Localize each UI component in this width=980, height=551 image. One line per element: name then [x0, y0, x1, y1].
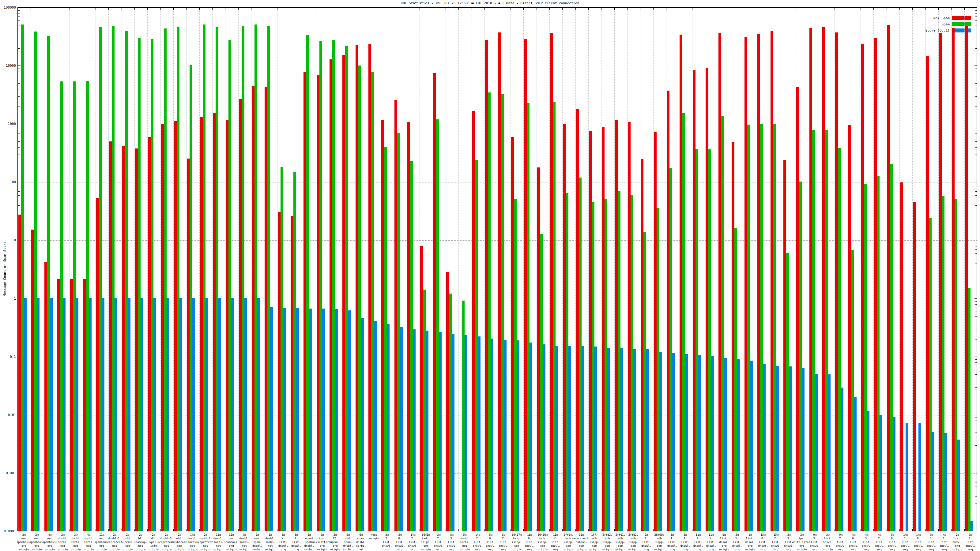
y-minor-tick	[975, 482, 977, 483]
bar-spam	[267, 26, 270, 531]
x-tick	[407, 8, 407, 10]
x-gridline	[666, 8, 667, 531]
bar-spam	[488, 92, 491, 531]
bar-spam	[760, 124, 763, 531]
bar-not-spam	[278, 212, 280, 531]
x-tick	[264, 529, 264, 531]
bar-score	[595, 346, 597, 531]
bar-not-spam	[472, 111, 475, 531]
x-tick	[744, 8, 744, 10]
bar-score	[192, 298, 195, 531]
bar-not-spam	[874, 38, 877, 531]
x-tick	[70, 529, 70, 531]
x-gridline	[692, 8, 692, 531]
x-tick	[394, 529, 394, 531]
x-gridline	[809, 8, 809, 531]
bar-spam	[825, 130, 828, 531]
y-minor-tick	[975, 130, 977, 130]
y-major-tick	[975, 182, 977, 182]
y-minor-tick	[18, 21, 20, 21]
bar-not-spam	[848, 125, 851, 531]
y-minor-tick	[18, 147, 20, 148]
bar-not-spam	[822, 27, 825, 531]
bar-not-spam	[498, 32, 501, 531]
legend-label: Score (0..1)	[926, 29, 950, 32]
x-tick-label: 6@spam.dnsbl.sorbs.netorigin	[356, 533, 366, 551]
bar-score	[426, 330, 428, 531]
bar-not-spam	[679, 35, 682, 531]
bar-score	[867, 411, 869, 531]
bar-not-spam	[381, 120, 384, 531]
y-minor-tick	[975, 185, 977, 185]
bar-score	[257, 298, 260, 531]
x-tick-label: 14@0.list.dnswl.orgorigin	[913, 533, 924, 551]
bar-not-spam	[174, 121, 177, 531]
bar-not-spam	[18, 214, 21, 531]
bar-not-spam	[135, 148, 138, 531]
x-tick-label: 9@2.list.dnswl.orgorigin	[966, 533, 976, 551]
bar-score	[945, 433, 947, 531]
bar-spam	[293, 172, 296, 531]
bar-not-spam	[213, 113, 216, 531]
y-minor-tick	[975, 223, 977, 223]
bar-not-spam	[161, 124, 164, 531]
y-minor-tick	[975, 418, 977, 418]
x-gridline	[30, 8, 31, 531]
bar-not-spam	[550, 33, 553, 531]
bar-not-spam	[395, 100, 397, 531]
bar-spam	[812, 130, 815, 531]
y-minor-tick	[975, 31, 977, 31]
x-tick	[433, 529, 433, 531]
x-tick	[666, 529, 667, 531]
y-minor-tick	[975, 380, 977, 380]
bar-not-spam	[317, 75, 320, 531]
bar-score	[672, 353, 675, 531]
x-gridline	[926, 8, 926, 531]
bar-score	[763, 364, 766, 531]
x-tick-label: 0@list.dnswl.orgorigin	[719, 533, 729, 551]
bar-spam	[462, 301, 465, 531]
y-minor-tick	[975, 438, 977, 438]
y-minor-tick	[975, 304, 977, 305]
bar-score	[620, 348, 623, 531]
x-tick-label: 3@2.list.dnswl.orgorigin	[382, 533, 392, 551]
x-tick-label: 3@dnsbl.sorbs.netorigin	[71, 533, 81, 551]
x-tick-label: 4@dnsbl.sorbs.netorigin	[84, 533, 94, 551]
bar-score	[504, 340, 506, 531]
y-major-tick	[975, 65, 977, 66]
bar-spam	[514, 199, 517, 531]
x-tick	[614, 8, 615, 10]
x-gridline	[588, 8, 589, 531]
y-minor-tick	[975, 264, 977, 264]
x-tick	[420, 529, 420, 531]
bar-score	[685, 354, 688, 531]
bar-spam	[657, 208, 659, 531]
bar-not-spam	[913, 202, 916, 531]
bar-score	[607, 348, 610, 531]
bar-not-spam	[420, 246, 423, 531]
x-tick-label: 3@0.list.dnswl.orgorigin	[395, 533, 405, 551]
bar-not-spam	[835, 32, 838, 531]
bar-not-spam	[693, 70, 695, 531]
x-gridline	[199, 8, 200, 531]
bar-score	[633, 349, 636, 531]
x-gridline	[757, 8, 757, 531]
bar-spam	[968, 288, 970, 531]
x-tick	[912, 8, 913, 10]
x-tick	[549, 8, 550, 10]
x-tick-label: 11@Y.list.dnswl.orgorigin	[706, 533, 716, 551]
x-gridline	[83, 8, 83, 531]
bar-spam	[670, 168, 672, 531]
bar-score	[413, 329, 415, 531]
y-major-tick	[18, 8, 21, 8]
bar-spam	[47, 36, 50, 531]
x-tick-label: 15@Y.list.dnswl.orgorigin	[771, 533, 781, 551]
bar-spam	[708, 149, 711, 531]
bar-spam	[60, 81, 63, 531]
x-tick	[951, 8, 951, 10]
bar-spam	[345, 46, 348, 531]
bar-score	[374, 321, 377, 531]
y-minor-tick	[975, 359, 977, 360]
bar-score	[737, 359, 740, 531]
bar-spam	[320, 41, 322, 531]
